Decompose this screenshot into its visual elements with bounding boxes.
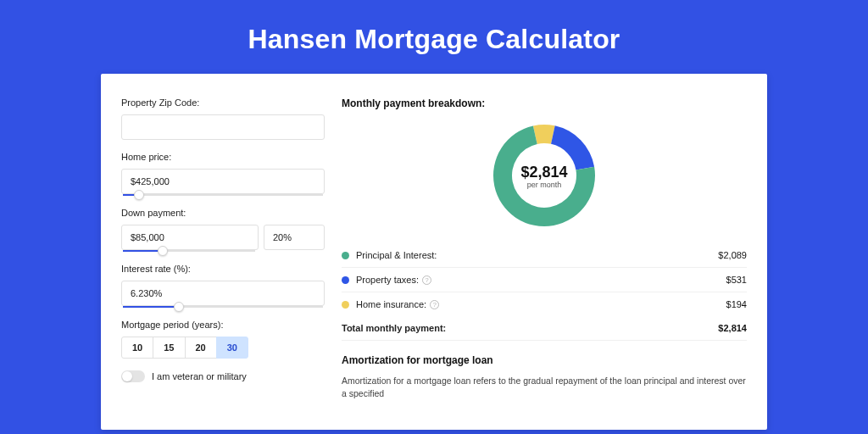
veteran-label: I am veteran or military bbox=[152, 371, 247, 381]
legend-row-tax: Property taxes:?$531 bbox=[342, 268, 747, 292]
slider-knob[interactable] bbox=[158, 246, 168, 256]
legend-label: Principal & Interest: bbox=[356, 250, 437, 260]
period-btn-30[interactable]: 30 bbox=[216, 337, 248, 359]
legend-dot bbox=[342, 301, 349, 309]
info-icon[interactable]: ? bbox=[422, 275, 431, 285]
legend-total-value: $2,814 bbox=[718, 323, 747, 333]
legend-label: Property taxes: bbox=[356, 275, 419, 285]
legend-label: Home insurance: bbox=[356, 299, 426, 309]
period-btn-20[interactable]: 20 bbox=[185, 337, 217, 359]
slider-fill bbox=[123, 250, 163, 252]
calculator-card: Property Zip Code: Home price: Down paym… bbox=[101, 74, 767, 430]
legend: Principal & Interest:$2,089Property taxe… bbox=[342, 243, 747, 316]
home-price-input[interactable] bbox=[121, 169, 325, 194]
toggle-knob bbox=[122, 371, 132, 381]
legend-dot bbox=[342, 276, 349, 284]
donut-chart-wrap: $2,814per month bbox=[342, 113, 747, 243]
legend-row-ins: Home insurance:?$194 bbox=[342, 292, 747, 316]
period-button-group: 10 15 20 30 bbox=[121, 337, 325, 359]
field-down-payment: Down payment: bbox=[121, 208, 325, 252]
veteran-toggle[interactable] bbox=[121, 370, 145, 382]
field-period: Mortgage period (years): 10 15 20 30 bbox=[121, 320, 325, 359]
donut-center-amount: $2,814 bbox=[520, 164, 567, 181]
legend-total-label: Total monthly payment: bbox=[342, 323, 446, 333]
zip-input[interactable] bbox=[121, 114, 325, 140]
down-payment-label: Down payment: bbox=[121, 208, 325, 218]
legend-value: $194 bbox=[726, 299, 747, 309]
breakdown-panel: Monthly payment breakdown: $2,814per mon… bbox=[342, 97, 747, 430]
zip-label: Property Zip Code: bbox=[121, 97, 325, 108]
interest-rate-input[interactable] bbox=[121, 281, 325, 306]
period-label: Mortgage period (years): bbox=[121, 320, 325, 330]
breakdown-title: Monthly payment breakdown: bbox=[342, 97, 747, 109]
slider-knob[interactable] bbox=[174, 302, 184, 312]
donut-chart: $2,814per month bbox=[485, 116, 604, 235]
field-zip: Property Zip Code: bbox=[121, 97, 325, 140]
interest-rate-slider[interactable] bbox=[123, 306, 323, 308]
donut-center-sub: per month bbox=[527, 181, 562, 189]
home-price-label: Home price: bbox=[121, 152, 325, 162]
legend-value: $531 bbox=[726, 275, 747, 285]
page-title: Hansen Mortgage Calculator bbox=[0, 0, 868, 74]
field-home-price: Home price: bbox=[121, 152, 325, 196]
slider-fill bbox=[123, 306, 179, 308]
info-icon[interactable]: ? bbox=[430, 300, 439, 309]
down-payment-percent-input[interactable] bbox=[264, 225, 325, 250]
period-btn-15[interactable]: 15 bbox=[153, 337, 185, 359]
legend-total-row: Total monthly payment: $2,814 bbox=[342, 316, 747, 341]
legend-dot bbox=[342, 252, 349, 259]
amortization-text: Amortization for a mortgage loan refers … bbox=[342, 375, 747, 399]
period-btn-10[interactable]: 10 bbox=[121, 337, 153, 359]
field-interest-rate: Interest rate (%): bbox=[121, 264, 325, 308]
home-price-slider[interactable] bbox=[123, 194, 323, 196]
slider-knob[interactable] bbox=[134, 190, 144, 200]
interest-rate-label: Interest rate (%): bbox=[121, 264, 325, 274]
down-payment-slider[interactable] bbox=[123, 250, 255, 252]
legend-value: $2,089 bbox=[718, 250, 747, 260]
amortization-title: Amortization for mortgage loan bbox=[342, 354, 747, 366]
down-payment-amount-input[interactable] bbox=[121, 225, 259, 250]
form-panel: Property Zip Code: Home price: Down paym… bbox=[121, 97, 325, 430]
veteran-toggle-row: I am veteran or military bbox=[121, 370, 325, 382]
legend-row-pi: Principal & Interest:$2,089 bbox=[342, 243, 747, 268]
